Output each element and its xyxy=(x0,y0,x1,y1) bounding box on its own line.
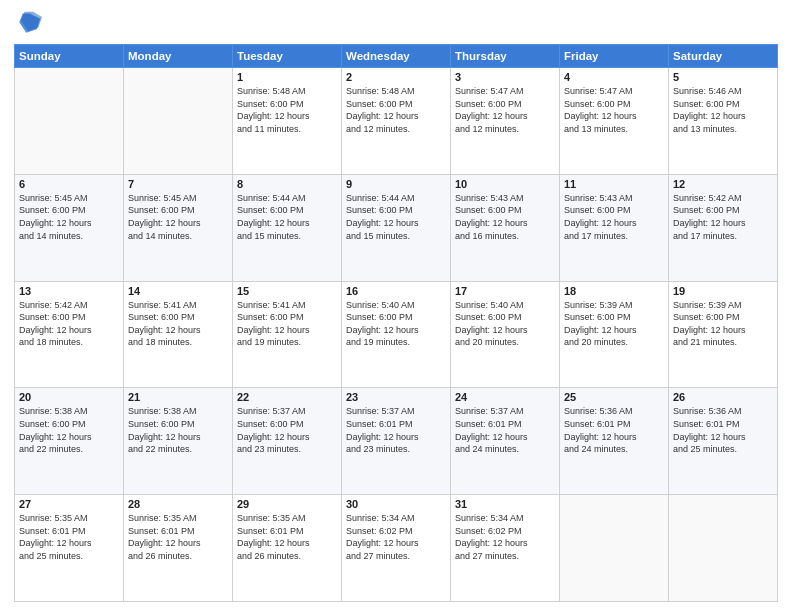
day-detail: Sunrise: 5:45 AM Sunset: 6:00 PM Dayligh… xyxy=(128,192,228,242)
calendar-cell: 28Sunrise: 5:35 AM Sunset: 6:01 PM Dayli… xyxy=(124,495,233,602)
calendar-cell: 1Sunrise: 5:48 AM Sunset: 6:00 PM Daylig… xyxy=(233,68,342,175)
day-detail: Sunrise: 5:40 AM Sunset: 6:00 PM Dayligh… xyxy=(455,299,555,349)
calendar-week-0: 1Sunrise: 5:48 AM Sunset: 6:00 PM Daylig… xyxy=(15,68,778,175)
day-number: 13 xyxy=(19,285,119,297)
day-detail: Sunrise: 5:36 AM Sunset: 6:01 PM Dayligh… xyxy=(564,405,664,455)
day-detail: Sunrise: 5:47 AM Sunset: 6:00 PM Dayligh… xyxy=(455,85,555,135)
weekday-header-monday: Monday xyxy=(124,45,233,68)
day-detail: Sunrise: 5:35 AM Sunset: 6:01 PM Dayligh… xyxy=(237,512,337,562)
day-number: 27 xyxy=(19,498,119,510)
day-number: 30 xyxy=(346,498,446,510)
logo xyxy=(14,10,46,38)
weekday-header-tuesday: Tuesday xyxy=(233,45,342,68)
day-detail: Sunrise: 5:39 AM Sunset: 6:00 PM Dayligh… xyxy=(673,299,773,349)
day-number: 9 xyxy=(346,178,446,190)
weekday-header-row: SundayMondayTuesdayWednesdayThursdayFrid… xyxy=(15,45,778,68)
page: SundayMondayTuesdayWednesdayThursdayFrid… xyxy=(0,0,792,612)
day-detail: Sunrise: 5:37 AM Sunset: 6:00 PM Dayligh… xyxy=(237,405,337,455)
calendar-cell: 16Sunrise: 5:40 AM Sunset: 6:00 PM Dayli… xyxy=(342,281,451,388)
day-number: 16 xyxy=(346,285,446,297)
calendar-week-1: 6Sunrise: 5:45 AM Sunset: 6:00 PM Daylig… xyxy=(15,174,778,281)
day-detail: Sunrise: 5:42 AM Sunset: 6:00 PM Dayligh… xyxy=(673,192,773,242)
weekday-header-wednesday: Wednesday xyxy=(342,45,451,68)
day-number: 18 xyxy=(564,285,664,297)
day-detail: Sunrise: 5:38 AM Sunset: 6:00 PM Dayligh… xyxy=(19,405,119,455)
day-number: 2 xyxy=(346,71,446,83)
day-number: 29 xyxy=(237,498,337,510)
calendar-cell xyxy=(124,68,233,175)
calendar-cell: 18Sunrise: 5:39 AM Sunset: 6:00 PM Dayli… xyxy=(560,281,669,388)
day-number: 8 xyxy=(237,178,337,190)
day-detail: Sunrise: 5:40 AM Sunset: 6:00 PM Dayligh… xyxy=(346,299,446,349)
logo-icon xyxy=(14,10,42,38)
day-number: 5 xyxy=(673,71,773,83)
calendar-cell: 7Sunrise: 5:45 AM Sunset: 6:00 PM Daylig… xyxy=(124,174,233,281)
day-detail: Sunrise: 5:48 AM Sunset: 6:00 PM Dayligh… xyxy=(346,85,446,135)
calendar-cell: 24Sunrise: 5:37 AM Sunset: 6:01 PM Dayli… xyxy=(451,388,560,495)
day-number: 22 xyxy=(237,391,337,403)
calendar-header: SundayMondayTuesdayWednesdayThursdayFrid… xyxy=(15,45,778,68)
calendar-cell: 25Sunrise: 5:36 AM Sunset: 6:01 PM Dayli… xyxy=(560,388,669,495)
calendar-body: 1Sunrise: 5:48 AM Sunset: 6:00 PM Daylig… xyxy=(15,68,778,602)
calendar-cell: 26Sunrise: 5:36 AM Sunset: 6:01 PM Dayli… xyxy=(669,388,778,495)
calendar-cell: 6Sunrise: 5:45 AM Sunset: 6:00 PM Daylig… xyxy=(15,174,124,281)
day-number: 6 xyxy=(19,178,119,190)
day-detail: Sunrise: 5:46 AM Sunset: 6:00 PM Dayligh… xyxy=(673,85,773,135)
calendar-cell: 10Sunrise: 5:43 AM Sunset: 6:00 PM Dayli… xyxy=(451,174,560,281)
day-detail: Sunrise: 5:37 AM Sunset: 6:01 PM Dayligh… xyxy=(455,405,555,455)
calendar-cell xyxy=(669,495,778,602)
day-detail: Sunrise: 5:44 AM Sunset: 6:00 PM Dayligh… xyxy=(346,192,446,242)
day-number: 31 xyxy=(455,498,555,510)
day-number: 25 xyxy=(564,391,664,403)
calendar-cell: 11Sunrise: 5:43 AM Sunset: 6:00 PM Dayli… xyxy=(560,174,669,281)
day-detail: Sunrise: 5:41 AM Sunset: 6:00 PM Dayligh… xyxy=(237,299,337,349)
day-detail: Sunrise: 5:42 AM Sunset: 6:00 PM Dayligh… xyxy=(19,299,119,349)
day-number: 28 xyxy=(128,498,228,510)
header xyxy=(14,10,778,38)
calendar-week-3: 20Sunrise: 5:38 AM Sunset: 6:00 PM Dayli… xyxy=(15,388,778,495)
day-number: 23 xyxy=(346,391,446,403)
day-number: 21 xyxy=(128,391,228,403)
calendar-cell: 12Sunrise: 5:42 AM Sunset: 6:00 PM Dayli… xyxy=(669,174,778,281)
day-detail: Sunrise: 5:47 AM Sunset: 6:00 PM Dayligh… xyxy=(564,85,664,135)
day-number: 20 xyxy=(19,391,119,403)
day-detail: Sunrise: 5:41 AM Sunset: 6:00 PM Dayligh… xyxy=(128,299,228,349)
day-detail: Sunrise: 5:36 AM Sunset: 6:01 PM Dayligh… xyxy=(673,405,773,455)
calendar-cell: 8Sunrise: 5:44 AM Sunset: 6:00 PM Daylig… xyxy=(233,174,342,281)
calendar-cell: 31Sunrise: 5:34 AM Sunset: 6:02 PM Dayli… xyxy=(451,495,560,602)
day-detail: Sunrise: 5:38 AM Sunset: 6:00 PM Dayligh… xyxy=(128,405,228,455)
weekday-header-thursday: Thursday xyxy=(451,45,560,68)
day-number: 11 xyxy=(564,178,664,190)
calendar-cell: 9Sunrise: 5:44 AM Sunset: 6:00 PM Daylig… xyxy=(342,174,451,281)
calendar-cell: 5Sunrise: 5:46 AM Sunset: 6:00 PM Daylig… xyxy=(669,68,778,175)
calendar-cell: 19Sunrise: 5:39 AM Sunset: 6:00 PM Dayli… xyxy=(669,281,778,388)
day-number: 1 xyxy=(237,71,337,83)
calendar-cell: 3Sunrise: 5:47 AM Sunset: 6:00 PM Daylig… xyxy=(451,68,560,175)
day-number: 3 xyxy=(455,71,555,83)
day-number: 24 xyxy=(455,391,555,403)
calendar-week-2: 13Sunrise: 5:42 AM Sunset: 6:00 PM Dayli… xyxy=(15,281,778,388)
calendar-cell: 27Sunrise: 5:35 AM Sunset: 6:01 PM Dayli… xyxy=(15,495,124,602)
day-detail: Sunrise: 5:44 AM Sunset: 6:00 PM Dayligh… xyxy=(237,192,337,242)
calendar-cell: 13Sunrise: 5:42 AM Sunset: 6:00 PM Dayli… xyxy=(15,281,124,388)
day-detail: Sunrise: 5:39 AM Sunset: 6:00 PM Dayligh… xyxy=(564,299,664,349)
calendar-cell: 21Sunrise: 5:38 AM Sunset: 6:00 PM Dayli… xyxy=(124,388,233,495)
day-detail: Sunrise: 5:34 AM Sunset: 6:02 PM Dayligh… xyxy=(455,512,555,562)
day-detail: Sunrise: 5:43 AM Sunset: 6:00 PM Dayligh… xyxy=(455,192,555,242)
calendar-cell: 14Sunrise: 5:41 AM Sunset: 6:00 PM Dayli… xyxy=(124,281,233,388)
day-number: 10 xyxy=(455,178,555,190)
day-detail: Sunrise: 5:34 AM Sunset: 6:02 PM Dayligh… xyxy=(346,512,446,562)
day-number: 26 xyxy=(673,391,773,403)
day-number: 12 xyxy=(673,178,773,190)
calendar-cell: 15Sunrise: 5:41 AM Sunset: 6:00 PM Dayli… xyxy=(233,281,342,388)
day-detail: Sunrise: 5:35 AM Sunset: 6:01 PM Dayligh… xyxy=(128,512,228,562)
calendar-cell xyxy=(15,68,124,175)
day-detail: Sunrise: 5:37 AM Sunset: 6:01 PM Dayligh… xyxy=(346,405,446,455)
calendar-cell: 4Sunrise: 5:47 AM Sunset: 6:00 PM Daylig… xyxy=(560,68,669,175)
day-number: 17 xyxy=(455,285,555,297)
calendar-cell: 30Sunrise: 5:34 AM Sunset: 6:02 PM Dayli… xyxy=(342,495,451,602)
day-detail: Sunrise: 5:35 AM Sunset: 6:01 PM Dayligh… xyxy=(19,512,119,562)
calendar-cell xyxy=(560,495,669,602)
day-number: 7 xyxy=(128,178,228,190)
calendar-cell: 23Sunrise: 5:37 AM Sunset: 6:01 PM Dayli… xyxy=(342,388,451,495)
